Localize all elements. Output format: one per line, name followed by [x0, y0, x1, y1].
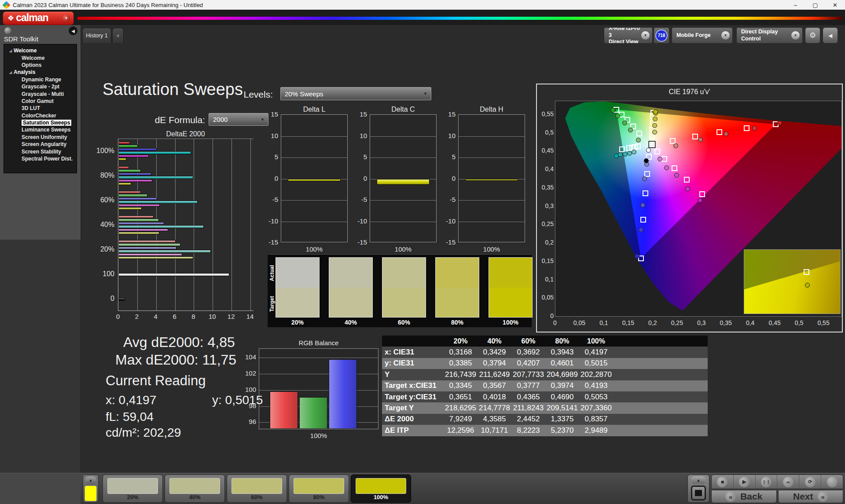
deltaH-gridline: [459, 222, 525, 222]
minimize-button[interactable]: –: [786, 0, 805, 10]
results-row-label: y: CIE31: [382, 359, 444, 368]
level-swatch-button-40%[interactable]: 40%: [165, 475, 225, 503]
results-cell: 214,7778: [478, 404, 511, 413]
sidebar-item-screen-stability[interactable]: Screen Stability: [4, 148, 77, 155]
back-button[interactable]: « Back: [711, 490, 777, 503]
deltaH-gridline: [459, 136, 525, 137]
cie-xtick-label: 0,45: [766, 319, 783, 326]
sidebar-item-label: Analysis: [14, 69, 35, 75]
next-button[interactable]: Next »: [778, 490, 844, 503]
sidebar-item-spectral-power-dist-[interactable]: Spectral Power Dist.: [4, 155, 77, 162]
tree-expander-icon[interactable]: ◢: [9, 49, 14, 53]
calman-menu-button[interactable]: ❖ calman ▼: [3, 11, 74, 25]
add-tab-button[interactable]: +: [112, 28, 124, 43]
spectrum-strip-decoration: [77, 17, 842, 20]
display-control-dropdown[interactable]: Direct Display Control ▼: [736, 27, 803, 44]
sidebar-item-screen-angularity[interactable]: Screen Angularity: [4, 141, 77, 148]
meter-device-dropdown[interactable]: X-Rite i1Pro 3Direct View ▼: [604, 27, 653, 44]
deltae-chart-title: DeltaE 2000: [118, 130, 253, 138]
actual-swatch-60%: [382, 257, 426, 288]
sidebar-item-luminance-sweeps[interactable]: Luminance Sweeps: [4, 126, 77, 133]
results-cell: 0,3429: [478, 348, 511, 357]
sidebar-item-colorchecker[interactable]: ColorChecker: [4, 112, 77, 119]
sidebar-collapse-button[interactable]: ◀: [69, 26, 77, 35]
de-formula-dropdown[interactable]: 2000 ▼: [209, 113, 268, 126]
cie-ytick-label: 0,55: [538, 110, 554, 117]
sidebar-item-grayscale-multi[interactable]: Grayscale - Multi: [4, 90, 77, 97]
deltaH-chart-title: Delta H: [458, 106, 525, 113]
deltae-gridline: [194, 139, 194, 310]
sidebar-item-label: Color Gamut: [22, 98, 54, 104]
cie-inset-locus-edge: [744, 250, 840, 314]
results-row-label: Target y:CIE31: [382, 393, 444, 402]
cie-measured-green-100: [610, 108, 615, 113]
sidebar-item-3d-lut[interactable]: 3D LUT: [4, 105, 77, 112]
deltaL-bar: [288, 179, 341, 182]
results-row-3: Y216,7439211,6249207,7733204,6989202,287…: [382, 369, 708, 380]
next-label: Next: [793, 491, 813, 502]
actual-axis-label: Actual: [269, 260, 275, 286]
de-formula-label: dE Formula:: [132, 115, 205, 125]
deltae-xtick-label: 0: [113, 313, 123, 320]
levels-dropdown[interactable]: 20% Sweeps ▼: [280, 87, 431, 100]
results-header-60%: 60%: [511, 337, 545, 345]
panel-collapse-button[interactable]: ◀: [823, 27, 838, 44]
results-cell: 202,2870: [579, 370, 613, 379]
cie-measured-cyan-40: [627, 151, 632, 156]
play-button[interactable]: ▶: [734, 475, 756, 489]
source-device-dropdown[interactable]: Mobile Forge ▼: [672, 27, 733, 44]
close-button[interactable]: ✕: [825, 0, 845, 10]
results-header-80%: 80%: [545, 337, 579, 345]
cie-measured-magenta-100: [698, 198, 702, 203]
strip-level-label: 40%: [329, 319, 373, 326]
sidebar-item-options[interactable]: Options: [4, 62, 77, 69]
results-table-header-row: 20%40%60%80%100%: [382, 336, 708, 347]
target-swatch-60%: [382, 288, 426, 318]
deltae-xtick-label: 2: [132, 313, 142, 320]
maximize-button[interactable]: ▢: [805, 0, 825, 10]
chevron-down-icon: ▼: [62, 15, 70, 22]
sidebar-options-button[interactable]: [4, 27, 11, 34]
deltaC-ytick-label: 15: [351, 110, 367, 118]
deltae-bar-red-60%: [118, 191, 141, 194]
sidebar-item-welcome[interactable]: Welcome: [4, 54, 77, 61]
stop-icon: ■: [717, 477, 727, 487]
deltaC-gridline: [370, 136, 436, 137]
tree-expander-icon[interactable]: ◢: [9, 70, 14, 74]
interval-button[interactable]: [··]: [756, 475, 778, 489]
deltaC-gridline: [370, 200, 436, 201]
cie-ytick-label: 0,4: [538, 165, 554, 172]
sidebar-item-screen-uniformity[interactable]: Screen Uniformity: [4, 134, 77, 141]
cie-ytick-label: 0,35: [538, 184, 554, 191]
cie-measured-yellow-60: [653, 117, 658, 121]
sidebar-item-saturation-sweeps[interactable]: Saturation Sweeps: [4, 119, 77, 126]
patch-up-button[interactable]: ▲: [691, 476, 706, 484]
level-swatch-button-100%[interactable]: 100%: [351, 475, 411, 503]
deltae-bar-blue-80%: [118, 173, 151, 175]
stop-button[interactable]: ■: [712, 475, 734, 489]
sidebar-item-analysis[interactable]: ◢Analysis: [4, 69, 77, 76]
deltae-bar-red-100%: [118, 142, 130, 144]
level-swatch-button-20%[interactable]: 20%: [103, 475, 163, 503]
cie-ytick-label: 0,05: [538, 294, 554, 301]
level-swatch-button-80%[interactable]: 80%: [289, 475, 349, 503]
deltaL-gridline: [281, 157, 347, 158]
sidebar-item-dynamic-range[interactable]: Dynamic Range: [4, 76, 77, 83]
level-swatch-button-60%[interactable]: 60%: [227, 475, 287, 503]
next-arrow-icon: »: [818, 491, 828, 502]
sidebar-item-grayscale-2pt[interactable]: Grayscale - 2pt: [4, 83, 77, 90]
cie-target-blue-80: [640, 217, 646, 223]
patch-up-button[interactable]: ▲: [85, 476, 96, 484]
deltae-bar-magenta-40%: [118, 229, 168, 231]
tab-label: History 1: [86, 33, 107, 39]
settings-gear-button[interactable]: ⚙: [805, 27, 820, 44]
sidebar-item-welcome[interactable]: ◢Welcome: [4, 47, 77, 54]
tab-history-1[interactable]: History 1: [82, 28, 111, 43]
refresh-button[interactable]: ⟳: [799, 475, 821, 489]
cie-target-red-40: [692, 134, 698, 139]
continuous-button[interactable]: ∞: [777, 475, 799, 489]
patch-window-button[interactable]: [691, 486, 706, 500]
meter-mode: Direct View: [609, 39, 641, 44]
reading-x-stat: x: 0,4197: [106, 393, 156, 407]
sidebar-item-color-gamut[interactable]: Color Gamut: [4, 98, 77, 105]
